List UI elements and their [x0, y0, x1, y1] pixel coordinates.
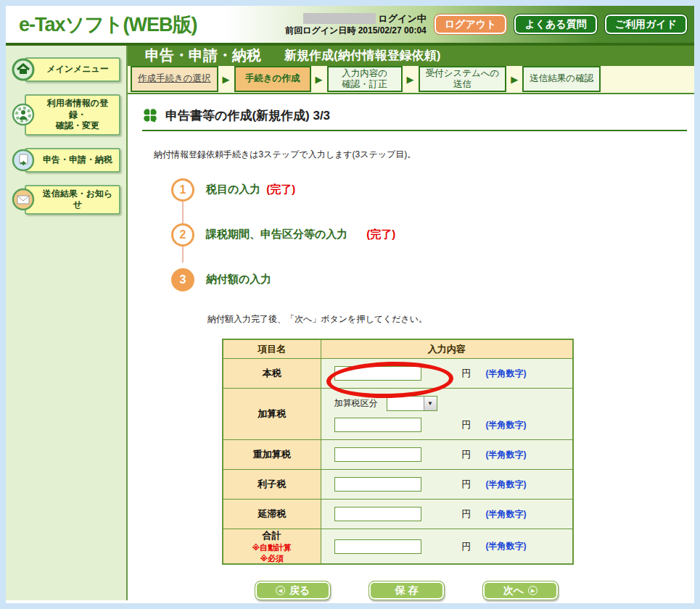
step-3-label: 納付額の入力 [206, 273, 271, 286]
mail-icon [12, 188, 35, 211]
main-area: 申告・申請・納税 新規作成(納付情報登録依頼) 作成手続きの選択 ▶ 手続きの作… [128, 46, 694, 600]
breadcrumb-step-select-procedure[interactable]: 作成手続きの選択 [131, 66, 218, 92]
hontax-amount-input[interactable] [334, 366, 421, 381]
login-status: ログイン中 [379, 12, 427, 25]
section-subtitle: 新規作成(納付情報登録依頼) [284, 47, 440, 64]
table-row-total: 合計 ※自動計算 ※必須 円 (半角数字) [223, 529, 573, 564]
entaizei-amount-input[interactable] [334, 507, 421, 521]
etax-page: e-Taxソフト(WEB版) ログイン中 前回ログイン日時 2015/02/27… [6, 6, 694, 603]
step-list: 1 税目の入力 (完了) 2 課税期間、申告区分等の入力 (完了) 3 納付額の… [171, 178, 694, 291]
table-row-juka-sanzei: 重加算税 円 (半角数字) [223, 440, 573, 470]
step-2: 2 課税期間、申告区分等の入力 (完了) [171, 223, 694, 246]
arrow-icon: ▶ [407, 74, 414, 85]
breadcrumb-step-create-procedure: 手続きの作成 [234, 66, 311, 92]
kasanzei-category-label: 加算税区分 [334, 397, 378, 410]
step-3: 3 納付額の入力 [171, 268, 694, 291]
step-1-status: (完了) [266, 183, 295, 196]
sidebar-item-label[interactable]: 申告・申請・納税 [25, 148, 120, 173]
step-2-circle: 2 [171, 223, 194, 246]
app-header: e-Taxソフト(WEB版) ログイン中 前回ログイン日時 2015/02/27… [6, 6, 694, 46]
row-label: 利子税 [223, 470, 321, 500]
sidebar-item-filing[interactable]: 申告・申請・納税 [15, 148, 120, 173]
sidebar-item-main-menu[interactable]: メインメニュー [15, 57, 120, 82]
content-area: 申告書等の作成(新規作成) 3/3 納付情報登録依頼手続きは3ステップで入力しま… [128, 94, 694, 600]
action-buttons: ◀ 戻る 保 存 次へ ▶ [255, 581, 694, 600]
sidebar-item-user-info[interactable]: 利用者情報の登録・ 確認・変更 [15, 94, 120, 136]
last-login-label: 前回ログイン日時 [285, 25, 355, 36]
sidebar-item-results[interactable]: 送信結果・お知らせ [15, 185, 120, 215]
sidebar-item-label[interactable]: メインメニュー [25, 57, 120, 82]
format-hint: (半角数字) [486, 368, 527, 380]
sidebar-item-label[interactable]: 送信結果・お知らせ [25, 185, 120, 215]
row-label: 重加算税 [223, 440, 321, 470]
next-arrow-icon: ▶ [528, 586, 538, 595]
unit-label: 円 [462, 508, 472, 521]
redacted-username [303, 13, 376, 24]
back-arrow-icon: ◀ [276, 586, 285, 595]
unit-label: 円 [462, 540, 472, 553]
user-icon [12, 103, 35, 126]
step-2-label: 課税期間、申告区分等の入力 [206, 228, 347, 241]
next-button[interactable]: 次へ ▶ [482, 581, 559, 600]
unit-label: 円 [462, 418, 472, 431]
section-title: 申告・申請・納税 [145, 46, 261, 65]
step-2-status: (完了) [366, 228, 395, 241]
kasanzei-amount-input[interactable] [334, 418, 421, 432]
page-title: 申告書等の作成(新規作成) 3/3 [165, 107, 330, 124]
step-3-circle: 3 [171, 268, 194, 291]
sidebar: メインメニュー 利用者情報の登録・ 確認・変更 申告・申請・納税 [6, 46, 128, 600]
home-icon [12, 58, 35, 81]
select-value [387, 397, 424, 410]
logout-button[interactable]: ログアウト [434, 14, 508, 35]
breadcrumb-step-result: 送信結果の確認 [522, 66, 601, 92]
total-amount-input[interactable] [334, 539, 421, 554]
breadcrumb-step-confirm: 入力内容の 確認・訂正 [327, 66, 403, 92]
format-hint: (半角数字) [486, 508, 527, 521]
step-1-label: 税目の入力 [206, 183, 260, 196]
payment-amount-table: 項目名 入力内容 本税 円 (半角数字) [222, 339, 574, 565]
page-description: 納付情報登録依頼手続きは3ステップで入力します(3ステップ目)。 [154, 149, 694, 161]
breadcrumb: 作成手続きの選択 ▶ 手続きの作成 ▶ 入力内容の 確認・訂正 ▶ 受付システム… [128, 66, 694, 94]
sidebar-item-label[interactable]: 利用者情報の登録・ 確認・変更 [25, 94, 120, 136]
clover-icon [142, 107, 158, 123]
arrow-icon: ▶ [316, 74, 323, 85]
rishizei-amount-input[interactable] [334, 477, 421, 492]
unit-label: 円 [462, 448, 472, 461]
format-hint: (半角数字) [486, 449, 527, 461]
row-label: 合計 [223, 529, 321, 542]
back-button[interactable]: ◀ 戻る [255, 581, 331, 600]
required-note: ※必須 [223, 553, 321, 563]
table-row-rishizei: 利子税 円 (半角数字) [223, 470, 573, 500]
next-button-note: 納付額入力完了後、「次へ」ボタンを押してください。 [207, 313, 694, 326]
jukasanzei-amount-input[interactable] [334, 447, 421, 462]
row-label: 延滞税 [223, 500, 321, 529]
table-row-entaizei: 延滞税 円 (半角数字) [223, 500, 573, 529]
format-hint: (半角数字) [486, 478, 527, 491]
chevron-down-icon[interactable]: ▼ [424, 397, 437, 410]
row-label: 本税 [223, 359, 321, 389]
row-label: 加算税 [223, 389, 321, 440]
unit-label: 円 [462, 367, 472, 380]
column-header-input: 入力内容 [321, 339, 573, 359]
auto-calc-note: ※自動計算 [223, 542, 321, 552]
arrow-icon: ▶ [223, 74, 230, 85]
unit-label: 円 [462, 478, 472, 491]
step-1-circle: 1 [171, 178, 194, 202]
last-login-value: 2015/02/27 00:04 [358, 25, 427, 36]
login-info: ログイン中 前回ログイン日時 2015/02/27 00:04 [285, 12, 427, 37]
save-button[interactable]: 保 存 [368, 581, 445, 600]
format-hint: (半角数字) [486, 540, 527, 552]
table-header-row: 項目名 入力内容 [223, 339, 573, 359]
step-1: 1 税目の入力 (完了) [171, 178, 694, 202]
arrow-icon: ▶ [511, 74, 518, 85]
pen-icon [12, 149, 35, 172]
breadcrumb-step-send: 受付システムへの 送信 [419, 66, 507, 92]
table-row-hontax: 本税 円 (半角数字) [223, 359, 573, 389]
section-title-bar: 申告・申請・納税 新規作成(納付情報登録依頼) [128, 46, 694, 66]
table-row-kasanzei: 加算税 加算税区分 ▼ 円 [223, 389, 573, 440]
kasanzei-category-select[interactable]: ▼ [387, 396, 437, 411]
faq-button[interactable]: よくある質問 [514, 14, 597, 35]
guide-button[interactable]: ご利用ガイド [604, 14, 688, 35]
etax-logo: e-Taxソフト(WEB版) [19, 12, 197, 38]
column-header-item: 項目名 [223, 339, 321, 359]
